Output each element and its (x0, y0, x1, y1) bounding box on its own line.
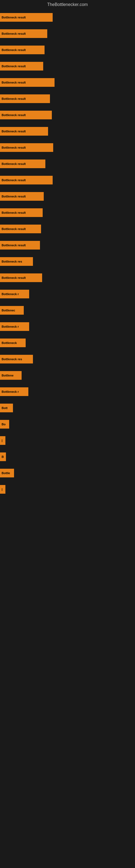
bar-label-16: Bottleneck result (2, 276, 26, 279)
bar-label-28: Bottle (2, 471, 10, 475)
bar-row-13: Bottleneck result (0, 222, 135, 236)
bar-label-17: Bottleneck r (2, 292, 19, 296)
bar-row-23: Bottleneck r (0, 384, 135, 399)
bar-label-8: Bottleneck result (2, 146, 26, 149)
bar-row-7: Bottleneck result (0, 124, 135, 138)
bar-row-5: Bottleneck result (0, 92, 135, 106)
bar-row-28: Bottle (0, 466, 135, 480)
bars-container: Bottleneck resultBottleneck resultBottle… (0, 10, 135, 499)
bottleneck-bar-0[interactable]: Bottleneck result (0, 13, 53, 22)
bar-row-16: Bottleneck result (0, 271, 135, 285)
bar-row-26: | (0, 433, 135, 447)
bottleneck-bar-26[interactable]: | (0, 436, 5, 445)
bottleneck-bar-9[interactable]: Bottleneck result (0, 159, 45, 168)
bottleneck-bar-12[interactable]: Bottleneck result (0, 208, 43, 217)
bottleneck-bar-19[interactable]: Bottleneck r (0, 322, 29, 331)
bar-label-13: Bottleneck result (2, 227, 26, 230)
bottleneck-bar-1[interactable]: Bottleneck result (0, 29, 47, 38)
bar-row-6: Bottleneck result (0, 108, 135, 122)
bar-label-26: | (2, 439, 2, 442)
bar-row-4: Bottleneck result (0, 75, 135, 90)
site-title: TheBottlenecker.com (0, 0, 135, 10)
bar-row-19: Bottleneck r (0, 319, 135, 334)
bar-label-1: Bottleneck result (2, 32, 26, 35)
bottleneck-bar-20[interactable]: Bottleneck (0, 339, 26, 347)
bar-row-24: Bott (0, 401, 135, 415)
bottleneck-bar-6[interactable]: Bottleneck result (0, 111, 52, 119)
bar-label-5: Bottleneck result (2, 97, 26, 100)
bar-row-17: Bottleneck r (0, 287, 135, 301)
bar-label-6: Bottleneck result (2, 113, 26, 117)
bar-label-10: Bottleneck result (2, 179, 26, 182)
bottleneck-bar-24[interactable]: Bott (0, 404, 13, 412)
bottleneck-bar-25[interactable]: Bo (0, 420, 9, 429)
bar-row-12: Bottleneck result (0, 206, 135, 220)
bar-label-4: Bottleneck result (2, 81, 26, 84)
bar-label-20: Bottleneck (2, 341, 17, 344)
bar-row-9: Bottleneck result (0, 157, 135, 171)
bottleneck-bar-13[interactable]: Bottleneck result (0, 225, 41, 233)
bar-row-2: Bottleneck result (0, 43, 135, 57)
bar-row-22: Bottlene (0, 368, 135, 382)
bar-label-21: Bottleneck res (2, 358, 22, 361)
bar-label-25: Bo (2, 423, 6, 426)
bottleneck-bar-15[interactable]: Bottleneck res (0, 257, 33, 266)
bar-label-29: | (2, 488, 2, 491)
bottleneck-bar-4[interactable]: Bottleneck result (0, 78, 54, 87)
bar-row-21: Bottleneck res (0, 352, 135, 366)
bar-row-10: Bottleneck result (0, 173, 135, 187)
bar-label-14: Bottleneck result (2, 244, 26, 247)
bottleneck-bar-3[interactable]: Bottleneck result (0, 62, 43, 70)
bar-row-11: Bottleneck result (0, 189, 135, 204)
bar-label-7: Bottleneck result (2, 130, 26, 133)
bar-label-18: Bottlenec (2, 309, 15, 312)
bar-label-22: Bottlene (2, 374, 13, 377)
bar-label-27: B (2, 455, 4, 458)
bottleneck-bar-14[interactable]: Bottleneck result (0, 241, 40, 250)
bottleneck-bar-2[interactable]: Bottleneck result (0, 45, 45, 54)
bar-row-1: Bottleneck result (0, 27, 135, 41)
bar-row-25: Bo (0, 417, 135, 431)
bottleneck-bar-7[interactable]: Bottleneck result (0, 127, 48, 135)
bottleneck-bar-18[interactable]: Bottlenec (0, 306, 24, 315)
bar-label-3: Bottleneck result (2, 65, 26, 68)
bar-row-3: Bottleneck result (0, 59, 135, 73)
bar-row-15: Bottleneck res (0, 254, 135, 269)
bar-row-27: B (0, 450, 135, 464)
bottleneck-bar-5[interactable]: Bottleneck result (0, 94, 50, 103)
bar-label-9: Bottleneck result (2, 162, 26, 165)
bar-label-12: Bottleneck result (2, 211, 26, 214)
bar-label-2: Bottleneck result (2, 48, 26, 52)
bar-label-19: Bottleneck r (2, 325, 19, 328)
bottleneck-bar-27[interactable]: B (0, 453, 6, 461)
bottleneck-bar-10[interactable]: Bottleneck result (0, 176, 53, 184)
bar-row-20: Bottleneck (0, 336, 135, 350)
bar-row-8: Bottleneck result (0, 141, 135, 155)
bottleneck-bar-23[interactable]: Bottleneck r (0, 388, 28, 396)
bar-label-24: Bott (2, 406, 8, 410)
bottleneck-bar-29[interactable]: | (0, 485, 5, 494)
bar-label-0: Bottleneck result (2, 16, 26, 19)
bar-label-15: Bottleneck res (2, 260, 22, 263)
bar-row-18: Bottlenec (0, 303, 135, 317)
bar-row-0: Bottleneck result (0, 10, 135, 24)
bottleneck-bar-21[interactable]: Bottleneck res (0, 355, 33, 364)
bar-row-14: Bottleneck result (0, 238, 135, 252)
bar-row-29: | (0, 482, 135, 496)
bottleneck-bar-8[interactable]: Bottleneck result (0, 143, 53, 152)
bottleneck-bar-22[interactable]: Bottlene (0, 371, 21, 380)
bottleneck-bar-11[interactable]: Bottleneck result (0, 192, 44, 201)
bottleneck-bar-17[interactable]: Bottleneck r (0, 290, 29, 299)
bottleneck-bar-16[interactable]: Bottleneck result (0, 273, 42, 282)
bar-label-11: Bottleneck result (2, 195, 26, 198)
bar-label-23: Bottleneck r (2, 390, 19, 393)
bottleneck-bar-28[interactable]: Bottle (0, 469, 14, 477)
